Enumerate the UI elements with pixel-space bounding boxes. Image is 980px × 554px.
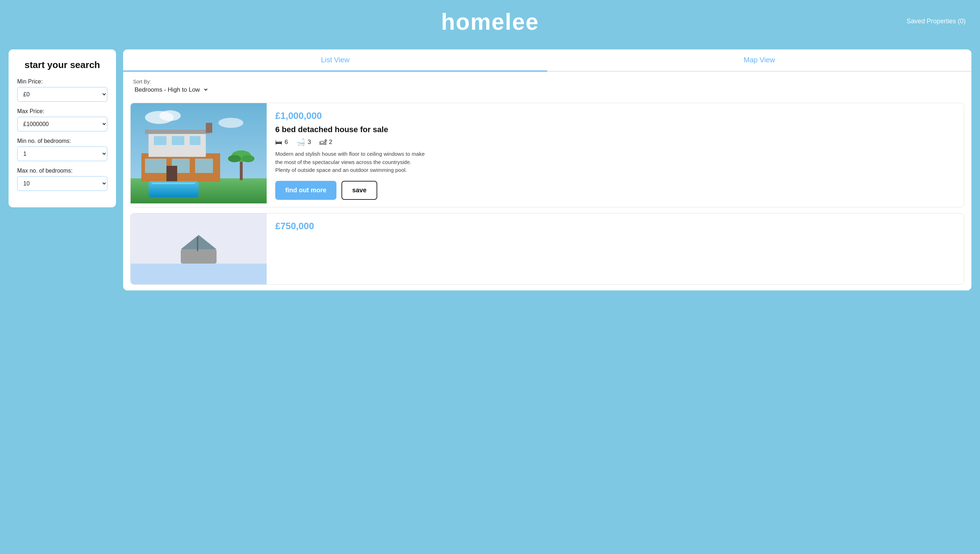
tab-list-view[interactable]: List View [123, 49, 547, 72]
main-layout: start your search Min Price: £0 £50000 £… [0, 42, 980, 298]
header: homelee Saved Properties (0) [0, 0, 980, 42]
property-details-2: £750,000 [267, 214, 964, 284]
property-details: £1,000,000 6 bed detached house for sale… [267, 103, 964, 207]
property-card: £750,000 [130, 213, 964, 285]
app-title: homelee [0, 9, 980, 35]
find-out-more-button[interactable]: find out more [275, 181, 336, 200]
svg-point-20 [228, 155, 241, 162]
search-panel-title: start your search [17, 59, 107, 70]
property-image-2 [130, 214, 267, 285]
bathrooms-feature: 🛁 3 [296, 138, 311, 147]
svg-rect-11 [145, 159, 166, 173]
reception-feature: 🛋 2 [320, 138, 332, 147]
svg-point-2 [159, 110, 181, 121]
saved-properties-link[interactable]: Saved Properties (0) [907, 18, 966, 25]
min-bedrooms-select[interactable]: 1 2 3 4 5 6 7 8 9 10 [17, 147, 107, 161]
min-price-select[interactable]: £0 £50000 £100000 £200000 £300000 £50000… [17, 87, 107, 102]
tab-map-view[interactable]: Map View [547, 49, 971, 72]
min-bedrooms-group: Min no. of bedrooms: 1 2 3 4 5 6 7 8 9 1… [17, 138, 107, 161]
property-title: 6 bed detached house for sale [275, 125, 955, 134]
sofa-icon: 🛋 [320, 138, 327, 147]
search-panel: start your search Min Price: £0 £50000 £… [9, 49, 116, 208]
svg-rect-7 [145, 129, 209, 134]
svg-rect-9 [172, 136, 185, 145]
property-image [130, 103, 267, 203]
properties-list: £1,000,000 6 bed detached house for sale… [123, 97, 971, 291]
svg-rect-25 [197, 237, 198, 251]
svg-rect-16 [152, 183, 195, 184]
property-description: Modern and stylish house with floor to c… [275, 150, 426, 174]
sort-section: Sort By: Bedrooms - High to Low Bedrooms… [123, 72, 971, 97]
min-price-label: Min Price: [17, 78, 107, 85]
max-price-select[interactable]: £100000 £200000 £500000 £750000 £1000000 [17, 117, 107, 131]
sort-select[interactable]: Bedrooms - High to Low Bedrooms - Low to… [133, 86, 209, 93]
max-price-label: Max Price: [17, 108, 107, 115]
min-bedrooms-label: Min no. of bedrooms: [17, 138, 107, 144]
bedrooms-feature: 🛏 6 [275, 138, 288, 147]
svg-point-3 [218, 118, 243, 128]
max-bedrooms-group: Max no. of bedrooms: 1 2 3 4 5 6 7 8 9 1… [17, 168, 107, 191]
svg-rect-26 [130, 263, 267, 285]
bathrooms-count: 3 [307, 139, 311, 146]
save-button[interactable]: save [342, 181, 377, 200]
svg-rect-17 [206, 123, 212, 133]
svg-rect-8 [154, 136, 166, 145]
min-price-group: Min Price: £0 £50000 £100000 £200000 £30… [17, 78, 107, 102]
svg-point-21 [242, 155, 255, 162]
max-bedrooms-label: Max no. of bedrooms: [17, 168, 107, 174]
property-card: £1,000,000 6 bed detached house for sale… [130, 103, 964, 208]
svg-rect-10 [190, 136, 200, 145]
property-price: £1,000,000 [275, 110, 955, 121]
results-panel: List View Map View Sort By: Bedrooms - H… [123, 49, 971, 291]
property-price-2: £750,000 [275, 220, 955, 232]
svg-rect-13 [195, 159, 213, 173]
svg-rect-14 [166, 166, 177, 182]
view-tabs: List View Map View [123, 49, 971, 72]
bed-icon: 🛏 [275, 138, 282, 147]
svg-rect-23 [181, 249, 216, 263]
max-price-group: Max Price: £100000 £200000 £500000 £7500… [17, 108, 107, 131]
bath-icon: 🛁 [296, 138, 305, 147]
property-features: 🛏 6 🛁 3 🛋 2 [275, 138, 955, 147]
sort-label: Sort By: [133, 79, 961, 85]
max-bedrooms-select[interactable]: 1 2 3 4 5 6 7 8 9 10 [17, 176, 107, 191]
reception-count: 2 [329, 139, 332, 146]
property-actions: find out more save [275, 181, 955, 200]
bedrooms-count: 6 [285, 139, 288, 146]
